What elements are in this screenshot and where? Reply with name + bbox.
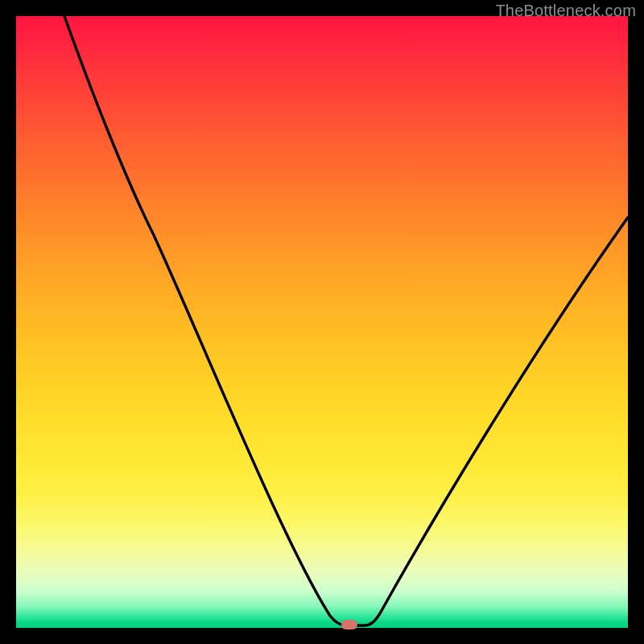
chart-stage: TheBottleneck.com xyxy=(0,0,644,644)
bottleneck-curve xyxy=(16,16,628,628)
plot-area xyxy=(16,16,628,628)
watermark-text: TheBottleneck.com xyxy=(495,2,636,20)
optimum-marker xyxy=(341,620,357,630)
